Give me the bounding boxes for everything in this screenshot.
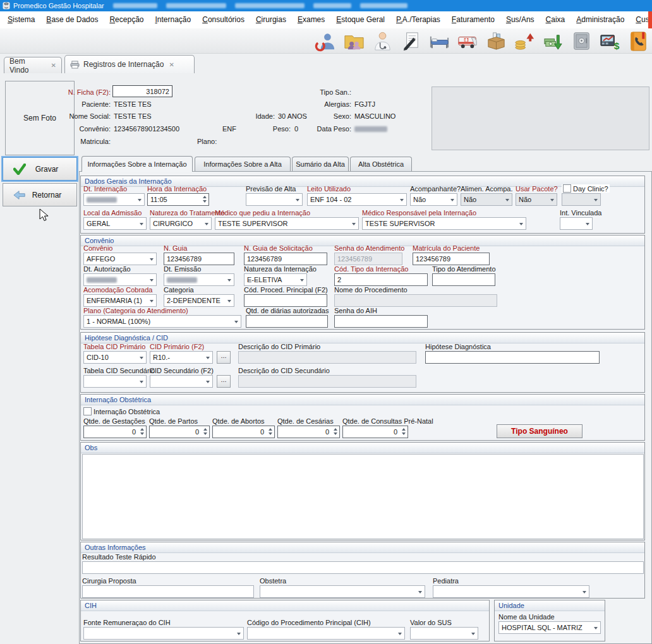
menu-recepcao[interactable]: Recepção [104, 11, 149, 28]
safe-icon[interactable] [570, 30, 593, 53]
descricao-cid-primario-input[interactable] [238, 351, 416, 364]
menu-internacao[interactable]: Internação [149, 11, 196, 28]
menu-sus-ans[interactable]: Sus/Ans [500, 11, 540, 28]
qtde-consultas-prenatal-spinner[interactable]: 0 [342, 426, 408, 438]
revenue-in-icon[interactable] [513, 30, 536, 53]
categoria-select[interactable]: 2-DEPENDENTE [164, 294, 234, 307]
menu-caixa[interactable]: Caixa [540, 11, 571, 28]
dt-internacao-select[interactable] [83, 193, 145, 206]
descricao-cid-secundario-input[interactable] [238, 375, 416, 388]
chevron-down-icon [296, 199, 299, 201]
menu-estoque-geral[interactable]: Estoque Geral [330, 11, 390, 28]
cid-secundario-select[interactable] [150, 375, 213, 388]
acomodacao-cobrada-select[interactable]: ENFERMARIA (1) [83, 294, 157, 307]
menu-faturamento[interactable]: Faturamento [446, 11, 500, 28]
medico-responsavel-select[interactable]: TESTE SUPERVISOR [362, 217, 526, 230]
menu-administracao[interactable]: Administração [570, 11, 630, 28]
menu-base-de-dados[interactable]: Base de Dados [40, 11, 104, 28]
codigo-procedimento-cih-select[interactable] [247, 627, 405, 640]
tabela-cid-primario-select[interactable]: CID-10 [83, 351, 147, 364]
descricao-cid-secundario-label: Descrição do CID Secundário [238, 367, 416, 375]
acompanhante-select[interactable]: Não [410, 193, 457, 206]
hipotese-diagnostica-input[interactable] [425, 351, 600, 364]
dt-autorizacao-select[interactable] [83, 273, 157, 286]
qtde-cesarias-spinner[interactable]: 0 [277, 426, 340, 438]
senha-atendimento-input[interactable]: 123456789 [334, 253, 402, 265]
refresh-user-icon[interactable] [314, 30, 337, 53]
tipo-atendimento-input[interactable] [432, 273, 495, 286]
obstetra-select[interactable] [260, 585, 425, 598]
day-clinic-checkbox[interactable] [563, 184, 571, 193]
sexo-value: MASCULINO [354, 112, 395, 120]
cod-tipo-internacao-input[interactable]: 2 [334, 273, 428, 286]
doctor-icon[interactable] [371, 30, 394, 53]
contract-icon[interactable] [399, 30, 423, 53]
tab-close-button[interactable]: ✕ [51, 62, 56, 69]
cid-primario-select[interactable]: R10.- [150, 351, 213, 364]
internacao-obstetrica-checkbox[interactable] [83, 407, 92, 415]
qtde-partos-spinner[interactable]: 0 [149, 426, 210, 438]
subtab-informacoes-internacao[interactable]: Informações Sobre a Internação [82, 156, 193, 172]
menu-consultorios[interactable]: Consultórios [196, 11, 250, 28]
qtd-diarias-input[interactable] [246, 315, 328, 328]
menu-cirurgias[interactable]: Cirurgias [250, 11, 292, 28]
supplies-icon[interactable] [485, 30, 508, 53]
natureza-internacao-select[interactable]: E-ELETIVA [244, 273, 307, 286]
n-guia-solicitacao-input[interactable]: 123456789 [244, 253, 327, 265]
gravar-button[interactable]: Gravar [3, 157, 77, 181]
valor-sus-select[interactable] [410, 627, 478, 640]
cid-secundario-browse-button[interactable]: ... [217, 375, 231, 388]
tabela-cid-secundario-select[interactable] [83, 375, 147, 388]
hospital-bed-icon[interactable] [428, 30, 451, 53]
usar-pacote-select[interactable]: Não [516, 193, 557, 206]
menu-pa-terapias[interactable]: P.A./Terapias [390, 11, 446, 28]
spinner-arrows-icon [334, 428, 337, 435]
qtde-abortos-spinner[interactable]: 0 [212, 426, 275, 438]
n-guia-input[interactable]: 123456789 [164, 253, 234, 265]
dt-emissao-select[interactable] [164, 273, 234, 286]
subtab-alta-obstetrica[interactable]: Alta Obstétrica [350, 157, 412, 171]
day-clinic-select[interactable] [562, 193, 601, 206]
menu-exames[interactable]: Exames [292, 11, 330, 28]
subtab-informacoes-alta[interactable]: Informações Sobre a Alta [195, 157, 291, 171]
resultado-teste-rapido-input[interactable] [82, 561, 644, 574]
payment-out-icon[interactable] [541, 30, 565, 53]
ambulance-icon[interactable] [456, 30, 480, 53]
nome-procedimento-input[interactable] [334, 294, 497, 307]
plano-categoria-select[interactable]: 1 - NORMAL (100%) [83, 315, 241, 328]
hora-internacao-spinner[interactable]: 11:05 [147, 193, 209, 206]
tab-close-button[interactable]: ✕ [169, 61, 174, 68]
natureza-tratamento-select[interactable]: CIRURGICO [150, 217, 212, 230]
cid-primario-browse-button[interactable]: ... [217, 351, 231, 364]
phonebook-icon[interactable] [627, 30, 650, 53]
billing-icon[interactable]: $ [598, 30, 622, 53]
plano-categoria-label: Plano (Categoria do Atendimento) [83, 307, 241, 315]
obs-textarea[interactable] [82, 454, 644, 539]
alimen-acompa-select[interactable]: Não [461, 193, 512, 206]
retornar-button[interactable]: Retornar [3, 183, 77, 206]
nome-unidade-select[interactable]: HOSPITAL SQL - MATRIZ [498, 621, 601, 634]
medico-pediu-select[interactable]: TESTE SUPERVISOR [215, 217, 359, 230]
tipo-sanguineo-button[interactable]: Tipo Sanguíneo [497, 424, 583, 438]
patient-records-icon[interactable] [342, 30, 366, 53]
int-vinculada-label: Int. Vinculada [560, 209, 593, 217]
menu-sistema[interactable]: Sistema [2, 11, 40, 28]
pediatra-select[interactable] [433, 585, 589, 598]
int-vinculada-select[interactable] [560, 217, 593, 230]
previsao-alta-select[interactable] [246, 193, 303, 206]
tab-bem-vindo[interactable]: Bem Vindo ✕ [4, 57, 62, 73]
leito-select[interactable]: ENF 104 - 02 [307, 193, 407, 206]
local-admissao-select[interactable]: GERAL [83, 217, 147, 230]
tipo-atendimento-label: Tipo do Atendimento [432, 265, 495, 273]
matricula-paciente-input[interactable]: 123456789 [413, 253, 490, 265]
tab-registros-de-internacao[interactable]: Registros de Internação ✕ [64, 55, 195, 73]
senha-aih-input[interactable] [334, 315, 428, 328]
convenio-select[interactable]: AFFEGO [83, 253, 157, 265]
patient-notes-panel [432, 86, 649, 150]
cirurgia-proposta-input[interactable] [82, 585, 254, 598]
subtab-sumario-alta[interactable]: Sumário da Alta [292, 157, 349, 171]
cod-proced-principal-input[interactable] [244, 294, 327, 307]
qtde-gestacoes-spinner[interactable]: 0 [83, 426, 147, 438]
fonte-remuneracao-select[interactable] [83, 627, 244, 640]
ficha-input[interactable]: 318072 [112, 85, 172, 97]
